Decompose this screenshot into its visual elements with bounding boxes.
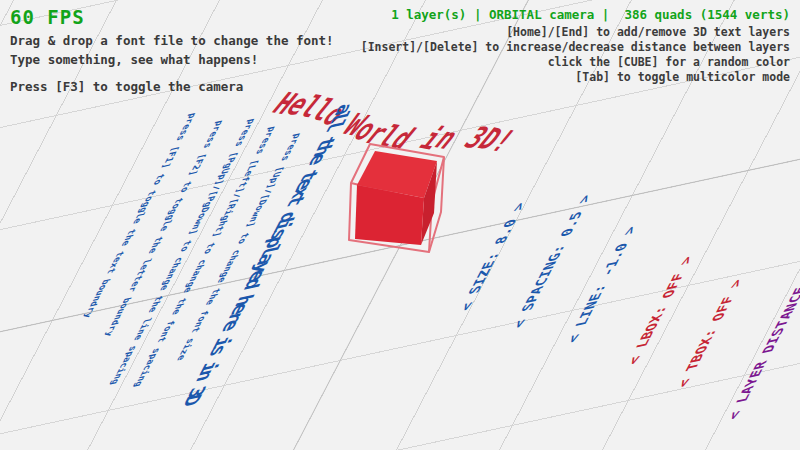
hint-drag-drop-font: Drag & drop a font file to change the fo… <box>10 33 334 48</box>
hint-multicolor-mode: [Tab] to toggle multicolor mode <box>575 70 790 84</box>
cube-faces <box>355 151 437 245</box>
hint-type-something: Type something, see what happens! <box>10 52 258 67</box>
hint-toggle-camera: Press [F3] to toggle the camera <box>10 79 243 94</box>
hint-click-cube: click the [CUBE] for a random color <box>548 55 790 69</box>
text-demo-viewport[interactable]: Hello World in 3D! all the text displaye… <box>0 0 800 450</box>
hint-layer-distance: [Insert]/[Delete] to increase/decrease d… <box>361 40 790 54</box>
fps-counter: 60 FPS <box>10 6 85 28</box>
status-bar: 1 layer(s) | ORBITAL camera | 386 quads … <box>391 7 790 22</box>
hint-add-remove-layers: [Home]/[End] to add/remove 3D text layer… <box>506 25 790 39</box>
